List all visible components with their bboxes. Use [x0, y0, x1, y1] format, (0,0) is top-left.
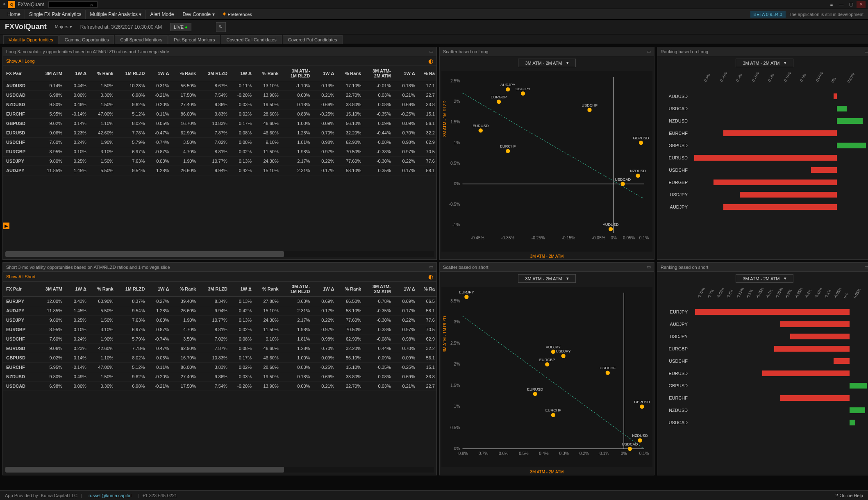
expand-arrow-icon[interactable]: ▶: [3, 223, 9, 229]
minimize-button[interactable]: —: [837, 1, 846, 8]
svg-point-21: [521, 91, 525, 95]
svg-text:AUDUSD: AUDUSD: [603, 223, 619, 227]
table-row[interactable]: NZDUSD9.80%0.49%1.50%9.62%-0.20%27.40%9.…: [3, 372, 436, 382]
menu-preferences[interactable]: ✸ Preferences: [223, 11, 252, 17]
table-row[interactable]: GBPUSD9.02%0.14%1.10%8.02%0.05%16.70%10.…: [3, 353, 436, 363]
menu-multi[interactable]: Multiple Pair Analytics ▾: [86, 10, 146, 19]
clock-icon[interactable]: ◐: [428, 58, 433, 64]
help-link[interactable]: ?Online Help: [835, 493, 863, 498]
maximize-icon[interactable]: ▭: [429, 264, 433, 270]
tab-covered-call-candidates[interactable]: Covered Call Candidates: [221, 35, 282, 44]
svg-point-72: [640, 405, 644, 409]
show-all-short-link[interactable]: Show All Short: [6, 274, 36, 279]
table-row[interactable]: USDJPY9.80%0.25%1.50%7.63%0.03%1.90%10.7…: [3, 157, 436, 166]
short-scatter-chart[interactable]: 3M ATM - 1M RLZD0%0.5%1%1.5%2%2.5%3%3.5%…: [441, 287, 652, 467]
h-scrollbar[interactable]: [5, 251, 434, 257]
short-table[interactable]: FX Pair3M ATM1W Δ% Rank1M RLZD1W Δ% Rank…: [3, 282, 436, 391]
metric-select[interactable]: 3M ATM - 2M ATM▾: [736, 59, 793, 67]
brand-title: FXVolQuant: [5, 23, 47, 31]
table-row[interactable]: USDCAD6.98%0.00%0.30%6.98%-0.21%17.50%7.…: [3, 382, 436, 391]
svg-point-60: [464, 295, 468, 299]
svg-text:-0.5%: -0.5%: [518, 451, 529, 456]
tab-call-spread-monitors[interactable]: Call Spread Monitors: [115, 35, 168, 44]
live-badge[interactable]: LIVE ●: [170, 23, 191, 31]
svg-text:GBPUSD: GBPUSD: [634, 400, 650, 404]
menu-dev[interactable]: Dev Console ▾: [178, 10, 219, 19]
table-row[interactable]: EURCHF5.95%-0.14%47.00%5.12%0.11%86.00%3…: [3, 109, 436, 119]
table-row[interactable]: EURUSD9.06%0.23%42.60%7.78%-0.47%62.90%7…: [3, 344, 436, 353]
svg-text:-0.25%: -0.25%: [532, 236, 545, 240]
table-row[interactable]: USDCHF7.60%0.24%1.90%5.79%-0.74%3.50%7.0…: [3, 138, 436, 147]
menu-single[interactable]: Single FX Pair Analytics: [25, 10, 86, 19]
rank-row: USDJPY: [660, 330, 868, 343]
table-row[interactable]: AUDJPY11.85%1.45%5.50%9.54%1.28%26.60%9.…: [3, 166, 436, 175]
svg-text:-0.6%: -0.6%: [497, 451, 508, 456]
table-row[interactable]: USDCHF7.60%0.24%1.90%5.79%-0.74%3.50%7.0…: [3, 334, 436, 344]
menu-home[interactable]: Home: [3, 10, 25, 19]
table-row[interactable]: EURJPY12.00%0.43%60.90%8.37%-0.27%39.40%…: [3, 297, 436, 306]
svg-point-19: [506, 87, 510, 91]
short-rank-chart[interactable]: EURJPYAUDJPYUSDJPYEURGBPUSDCHFEURUSDGBPU…: [657, 302, 868, 475]
tab-gamma-opportunities[interactable]: Gamma Opportunities: [59, 35, 114, 44]
table-row[interactable]: NZDUSD9.80%0.49%1.50%9.62%-0.20%27.40%9.…: [3, 100, 436, 109]
rank-row: USDCAD: [660, 102, 868, 115]
search-icon[interactable]: ⌕: [90, 2, 93, 7]
metric-select[interactable]: 3M ATM - 2M ATM▾: [736, 274, 793, 283]
svg-text:AUDJPY: AUDJPY: [546, 345, 561, 349]
provider-label: App Provided by:: [5, 493, 39, 498]
group-selector[interactable]: Majors ▾: [55, 24, 72, 30]
tab-put-spread-monitors[interactable]: Put Spread Monitors: [168, 35, 220, 44]
clock-icon[interactable]: ◐: [428, 273, 433, 280]
rank-ticks: -0.4%-0.35%-0.3%-0.25%-0.2%-0.15%-0.1%-0…: [657, 70, 868, 86]
maximize-icon[interactable]: ▭: [864, 264, 868, 270]
refresh-button[interactable]: ↻: [216, 22, 226, 32]
table-row[interactable]: USDCAD6.98%0.00%0.30%6.98%-0.21%17.50%7.…: [3, 91, 436, 100]
table-row[interactable]: AUDJPY11.85%1.45%5.50%9.54%1.28%26.60%9.…: [3, 306, 436, 316]
svg-point-70: [533, 392, 537, 396]
tab-volatility-opportunities[interactable]: Volatility Opportunities: [3, 35, 59, 44]
table-row[interactable]: EURCHF5.95%-0.14%47.00%5.12%0.11%86.00%3…: [3, 363, 436, 372]
table-row[interactable]: EURGBP8.95%0.10%3.10%6.97%-0.87%4.70%8.8…: [3, 147, 436, 157]
table-row[interactable]: USDJPY9.80%0.25%1.50%7.63%0.03%1.90%10.7…: [3, 316, 436, 325]
long-table[interactable]: FX Pair3M ATM1W Δ% Rank1M RLZD1W Δ% Rank…: [3, 66, 436, 175]
long-rank-chart[interactable]: AUDUSDUSDCADNZDUSDEURCHFGBPUSDEURUSDUSDC…: [657, 86, 868, 259]
close-button[interactable]: ✕: [857, 1, 866, 8]
show-all-long-link[interactable]: Show All Long: [6, 59, 35, 64]
maximize-button[interactable]: ▢: [847, 1, 856, 8]
table-row[interactable]: EURUSD9.06%0.23%42.60%7.78%-0.47%62.90%7…: [3, 128, 436, 138]
maximize-icon[interactable]: ▭: [864, 49, 868, 54]
svg-point-27: [479, 128, 483, 132]
metric-select[interactable]: 3M ATM - 2M ATM▾: [518, 274, 575, 283]
maximize-icon[interactable]: ▭: [429, 49, 433, 54]
svg-text:EURGBP: EURGBP: [539, 358, 555, 362]
email-link[interactable]: russell@kuma.capital: [89, 493, 132, 498]
maximize-icon[interactable]: ▭: [647, 264, 651, 270]
svg-text:-0.8%: -0.8%: [457, 451, 468, 456]
menu-alert[interactable]: Alert Mode: [146, 10, 178, 19]
title-bar: ⚭ q FXVolQuant ⌕ ≡ — ▢ ✕: [0, 0, 868, 9]
table-row[interactable]: GBPUSD9.02%0.14%1.10%8.02%0.05%16.70%10.…: [3, 119, 436, 128]
svg-text:EURCHF: EURCHF: [545, 408, 561, 412]
table-row[interactable]: EURGBP8.95%0.10%3.10%6.97%-0.87%4.70%8.8…: [3, 325, 436, 334]
svg-point-33: [636, 174, 640, 178]
table-row[interactable]: AUDUSD9.14%0.44%1.50%10.23%0.31%56.50%8.…: [3, 81, 436, 91]
svg-text:-1%: -1%: [452, 223, 460, 227]
tab-covered-put-candidates[interactable]: Covered Put Candidates: [283, 35, 343, 44]
long-scatter-chart[interactable]: 3M ATM - 1M RLZD-1%-0.5%0%0.5%1%1.5%2%2.…: [441, 71, 652, 252]
svg-line-41: [463, 316, 644, 449]
rank-row: USDCHF: [660, 355, 868, 367]
panel-title: Long 3-mo volatility opportunities based…: [6, 49, 169, 54]
svg-point-68: [606, 371, 610, 375]
menu-icon[interactable]: ≡: [827, 1, 836, 8]
metric-select[interactable]: 3M ATM - 2M ATM▾: [518, 59, 575, 67]
panel-title: Ranking based on short: [661, 265, 708, 270]
svg-text:1%: 1%: [454, 404, 460, 409]
dev-message: The application is still in development.: [789, 12, 865, 17]
svg-text:0.05%: 0.05%: [623, 236, 635, 240]
maximize-icon[interactable]: ▭: [647, 49, 651, 54]
menu-bar: Home Single FX Pair Analytics Multiple P…: [0, 9, 868, 20]
h-scrollbar[interactable]: [5, 467, 434, 473]
svg-text:-0.05%: -0.05%: [592, 236, 605, 240]
svg-text:0%: 0%: [454, 446, 460, 451]
svg-text:USDJPY: USDJPY: [516, 87, 531, 91]
